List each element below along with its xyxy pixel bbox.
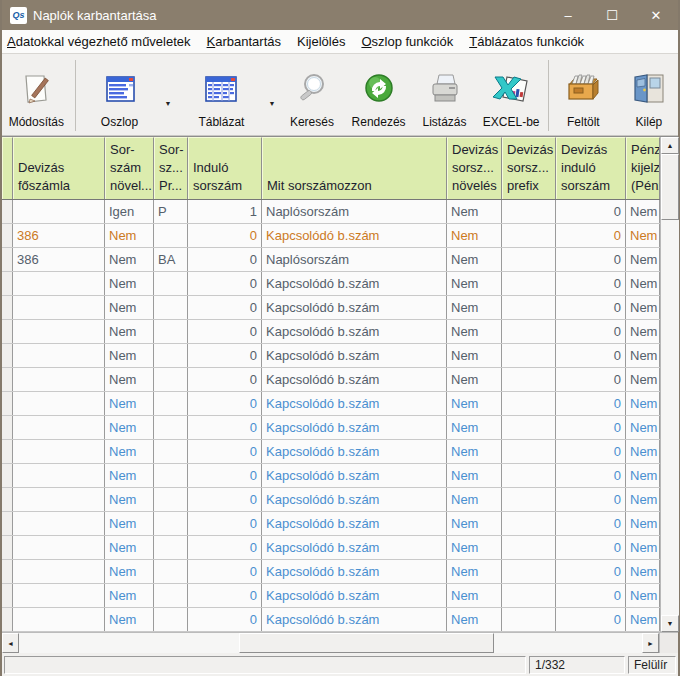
table-cell[interactable] xyxy=(502,344,556,367)
table-cell[interactable]: Kapcsolódó b.szám xyxy=(262,296,447,319)
table-cell[interactable] xyxy=(154,368,188,391)
table-row[interactable]: 386Nem0Kapcsolódó b.számNem0Nem xyxy=(2,224,660,248)
table-cell[interactable] xyxy=(13,272,105,295)
table-row[interactable]: IgenP1NaplósorszámNem0Nem xyxy=(2,200,660,224)
column-header[interactable]: Devizássorsz...növelés xyxy=(447,137,502,199)
table-cell[interactable] xyxy=(13,296,105,319)
table-cell[interactable] xyxy=(13,560,105,583)
table-cell[interactable]: Nem xyxy=(626,200,660,223)
table-cell[interactable]: Nem xyxy=(626,440,660,463)
table-cell[interactable]: BA xyxy=(154,248,188,271)
chevron-down-icon[interactable]: ▼ xyxy=(268,86,275,107)
table-cell[interactable]: Nem xyxy=(105,464,154,487)
table-row[interactable]: Nem0Kapcsolódó b.számNem0Nem xyxy=(2,272,660,296)
table-cell[interactable]: Nem xyxy=(105,512,154,535)
table-cell[interactable] xyxy=(13,392,105,415)
table-cell[interactable] xyxy=(154,584,188,607)
table-cell[interactable]: Igen xyxy=(105,200,154,223)
table-cell[interactable] xyxy=(502,536,556,559)
table-cell[interactable]: 0 xyxy=(188,584,262,607)
table-cell[interactable]: Nem xyxy=(105,488,154,511)
table-row[interactable]: Nem0Kapcsolódó b.számNem0Nem xyxy=(2,584,660,608)
table-cell[interactable]: 0 xyxy=(556,584,626,607)
table-cell[interactable]: Nem xyxy=(626,584,660,607)
table-row[interactable]: Nem0Kapcsolódó b.számNem0Nem xyxy=(2,464,660,488)
table-cell[interactable] xyxy=(13,344,105,367)
column-header[interactable]: Sor-sz...Pr... xyxy=(154,137,188,199)
table-cell[interactable] xyxy=(13,320,105,343)
table-cell[interactable]: 0 xyxy=(556,440,626,463)
menu-item[interactable]: Karbantartás xyxy=(207,34,281,49)
table-cell[interactable]: Nem xyxy=(447,440,502,463)
table-cell[interactable]: 0 xyxy=(188,512,262,535)
table-cell[interactable] xyxy=(502,560,556,583)
table-cell[interactable]: 0 xyxy=(188,416,262,439)
table-cell[interactable]: Nem xyxy=(626,344,660,367)
table-row[interactable]: Nem0Kapcsolódó b.számNem0Nem xyxy=(2,608,660,632)
table-cell[interactable]: 0 xyxy=(188,608,262,631)
table-cell[interactable]: 0 xyxy=(556,224,626,247)
table-cell[interactable]: Nem xyxy=(105,248,154,271)
table-cell[interactable] xyxy=(154,320,188,343)
table-cell[interactable]: 0 xyxy=(556,488,626,511)
table-row[interactable]: Nem0Kapcsolódó b.számNem0Nem xyxy=(2,512,660,536)
table-button[interactable]: Táblázat xyxy=(179,58,263,135)
horizontal-scrollbar[interactable]: ◄ ► xyxy=(2,632,678,653)
table-cell[interactable] xyxy=(13,488,105,511)
horizontal-scroll-track[interactable] xyxy=(494,633,642,653)
table-cell[interactable] xyxy=(154,344,188,367)
table-cell[interactable]: Kapcsolódó b.szám xyxy=(262,536,447,559)
table-cell[interactable]: Nem xyxy=(626,272,660,295)
table-cell[interactable]: Nem xyxy=(447,200,502,223)
table-cell[interactable]: Nem xyxy=(447,344,502,367)
table-cell[interactable]: 0 xyxy=(556,512,626,535)
table-cell[interactable]: Kapcsolódó b.szám xyxy=(262,344,447,367)
table-cell[interactable]: 0 xyxy=(556,344,626,367)
table-cell[interactable]: Kapcsolódó b.szám xyxy=(262,320,447,343)
table-cell[interactable] xyxy=(154,560,188,583)
table-cell[interactable]: 0 xyxy=(188,296,262,319)
table-cell[interactable] xyxy=(154,416,188,439)
table-cell[interactable] xyxy=(154,488,188,511)
table-cell[interactable] xyxy=(13,416,105,439)
table-cell[interactable]: Nem xyxy=(105,608,154,631)
table-cell[interactable]: 0 xyxy=(556,560,626,583)
table-cell[interactable]: Nem xyxy=(105,368,154,391)
table-cell[interactable] xyxy=(154,464,188,487)
table-cell[interactable]: 0 xyxy=(556,536,626,559)
column-header[interactable] xyxy=(2,137,13,199)
table-cell[interactable] xyxy=(154,440,188,463)
table-row[interactable]: Nem0Kapcsolódó b.számNem0Nem xyxy=(2,296,660,320)
titlebar[interactable]: Qs Naplók karbantartása – ☐ ✕ xyxy=(2,0,678,30)
vertical-scroll-track[interactable] xyxy=(661,220,679,615)
table-cell[interactable]: 386 xyxy=(13,224,105,247)
table-row[interactable]: Nem0Kapcsolódó b.számNem0Nem xyxy=(2,344,660,368)
excel-export-button[interactable]: EXCEL-be xyxy=(478,58,544,135)
table-cell[interactable]: Nem xyxy=(447,272,502,295)
column-header[interactable]: Pénzkijelz(Pénz xyxy=(626,137,660,199)
table-cell[interactable]: 0 xyxy=(556,296,626,319)
menu-item[interactable]: Adatokkal végezhető műveletek xyxy=(7,34,191,49)
table-cell[interactable] xyxy=(502,488,556,511)
maximize-icon[interactable]: ☐ xyxy=(590,0,634,30)
table-row[interactable]: Nem0Kapcsolódó b.számNem0Nem xyxy=(2,416,660,440)
table-cell[interactable]: 0 xyxy=(188,440,262,463)
table-cell[interactable]: Nem xyxy=(626,512,660,535)
table-cell[interactable]: Nem xyxy=(105,320,154,343)
menu-item[interactable]: Kijelölés xyxy=(297,34,345,49)
minimize-icon[interactable]: – xyxy=(546,0,590,30)
table-cell[interactable]: 0 xyxy=(556,272,626,295)
table-cell[interactable]: Nem xyxy=(105,344,154,367)
table-cell[interactable]: 0 xyxy=(556,608,626,631)
vertical-scrollbar[interactable]: ▲ ▼ xyxy=(660,137,679,632)
table-cell[interactable]: Naplósorszám xyxy=(262,248,447,271)
exit-button[interactable]: Kilép xyxy=(620,58,678,135)
table-cell[interactable]: Nem xyxy=(447,296,502,319)
table-cell[interactable] xyxy=(154,296,188,319)
table-cell[interactable]: Nem xyxy=(105,272,154,295)
table-cell[interactable]: Kapcsolódó b.szám xyxy=(262,608,447,631)
table-cell[interactable] xyxy=(502,464,556,487)
table-cell[interactable]: Nem xyxy=(105,536,154,559)
table-cell[interactable] xyxy=(13,536,105,559)
table-cell[interactable]: Nem xyxy=(105,584,154,607)
